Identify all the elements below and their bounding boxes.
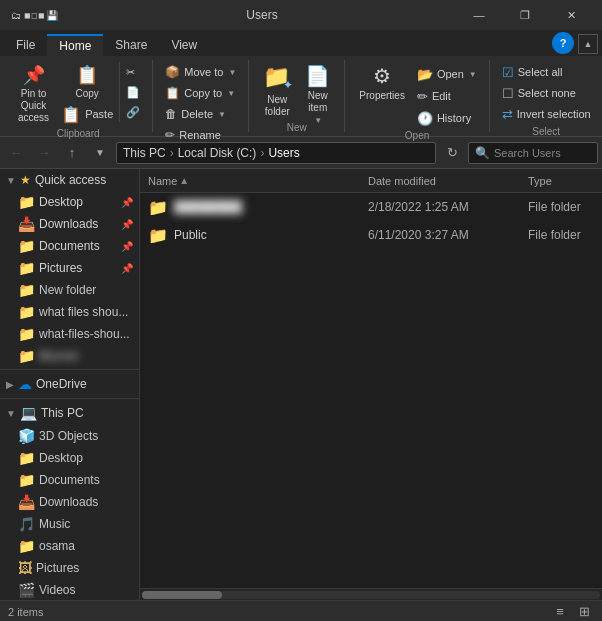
clipboard-label: Clipboard — [57, 128, 100, 139]
properties-button[interactable]: ⚙ Properties — [353, 62, 411, 120]
delete-button[interactable]: 🗑 Delete ▼ — [161, 104, 240, 124]
path-sep-2: › — [260, 146, 264, 160]
sidebar-item-3dobjects[interactable]: 🧊 3D Objects — [0, 425, 139, 447]
quick-access-label: Quick access — [35, 173, 106, 187]
maximize-button[interactable]: ❐ — [502, 0, 548, 30]
help-button[interactable]: ? — [552, 32, 574, 54]
column-type[interactable]: Type — [528, 175, 594, 187]
select-none-icon: ☐ — [502, 86, 514, 101]
move-icon: 📦 — [165, 65, 180, 79]
item-count: 2 items — [8, 606, 43, 618]
copyto-icon: 📋 — [165, 86, 180, 100]
documents-label: Documents — [39, 239, 100, 253]
thispc-label: This PC — [41, 406, 84, 420]
select-label: Select — [532, 126, 560, 137]
new-folder-label: Newfolder — [265, 94, 290, 118]
desktop-label: Desktop — [39, 195, 83, 209]
new-item-button[interactable]: 📄 Newitem ▼ — [299, 62, 336, 120]
sidebar-item-pc-desktop[interactable]: 📁 Desktop — [0, 447, 139, 469]
shortcut-button[interactable]: 🔗 — [122, 102, 144, 122]
ribbon-group-clipboard: 📌 Pin to Quickaccess 📋 Copy 📋 Paste — [8, 60, 153, 132]
file-date-0: 2/18/2022 1:25 AM — [368, 200, 528, 214]
path-segment-thispc: This PC › — [123, 146, 176, 160]
copy-to-button[interactable]: 📋 Copy to ▼ — [161, 83, 240, 103]
select-all-label: Select all — [518, 66, 563, 78]
move-label: Move to — [184, 66, 223, 78]
select-buttons: ☑ Select all ☐ Select none ⇄ Invert sele… — [498, 60, 595, 124]
sidebar-item-blurred[interactable]: 📁 Blurred — [0, 345, 139, 367]
search-icon: 🔍 — [475, 146, 490, 160]
move-to-button[interactable]: 📦 Move to ▼ — [161, 62, 240, 82]
tab-home[interactable]: Home — [47, 34, 103, 56]
search-input[interactable] — [494, 147, 584, 159]
sidebar-section-thispc[interactable]: ▼ 💻 This PC — [0, 401, 139, 425]
clipboard-buttons: 📌 Pin to Quickaccess 📋 Copy 📋 Paste — [12, 60, 144, 126]
sidebar-item-osama[interactable]: 📁 osama — [0, 535, 139, 557]
pin-indicator-pictures-icon: 📌 — [121, 263, 133, 274]
sidebar-item-pictures[interactable]: 📁 Pictures 📌 — [0, 257, 139, 279]
sidebar-item-documents[interactable]: 📁 Documents 📌 — [0, 235, 139, 257]
open-icon: 📂 — [417, 67, 433, 82]
paste-button[interactable]: 📋 Paste — [57, 102, 117, 126]
sidebar-item-downloads[interactable]: 📥 Downloads 📌 — [0, 213, 139, 235]
sidebar-item-pc-downloads[interactable]: 📥 Downloads — [0, 491, 139, 513]
select-col: ☑ Select all ☐ Select none ⇄ Invert sele… — [498, 62, 595, 124]
column-name[interactable]: Name ▲ — [148, 175, 368, 187]
copy-path-button[interactable]: 📄 — [122, 82, 144, 102]
recent-button[interactable]: ▼ — [88, 141, 112, 165]
tab-share[interactable]: Share — [103, 34, 159, 56]
ribbon-collapse-button[interactable]: ▲ — [578, 34, 598, 54]
path-sep-1: › — [170, 146, 174, 160]
grid-view-button[interactable]: ⊞ — [574, 603, 594, 621]
tab-view[interactable]: View — [159, 34, 209, 56]
address-path[interactable]: This PC › Local Disk (C:) › Users — [116, 142, 436, 164]
tab-file[interactable]: File — [4, 34, 47, 56]
refresh-button[interactable]: ↻ — [440, 141, 464, 165]
sort-arrow-icon: ▲ — [179, 175, 189, 186]
new-folder-button[interactable]: 📁 ✦ Newfolder — [257, 62, 297, 120]
sidebar-item-whatfiles2[interactable]: 📁 what-files-shou... — [0, 323, 139, 345]
file-area: Name ▲ Date modified Type 📁 ████████ 2/1… — [140, 169, 602, 600]
select-none-button[interactable]: ☐ Select none — [498, 83, 595, 103]
column-date[interactable]: Date modified — [368, 175, 528, 187]
sidebar-item-desktop[interactable]: 📁 Desktop 📌 — [0, 191, 139, 213]
sidebar-section-onedrive[interactable]: ▶ ☁ OneDrive — [0, 372, 139, 396]
forward-button[interactable]: → — [32, 141, 56, 165]
status-right: ≡ ⊞ — [550, 603, 594, 621]
select-all-button[interactable]: ☑ Select all — [498, 62, 595, 82]
paste-label: Paste — [85, 108, 113, 120]
table-row[interactable]: 📁 Public 6/11/2020 3:27 AM File folder — [140, 221, 602, 249]
list-view-button[interactable]: ≡ — [550, 603, 570, 621]
back-button[interactable]: ← — [4, 141, 28, 165]
ribbon-tab-bar: File Home Share View ? ▲ — [0, 30, 602, 56]
path-segment-users: Users — [268, 146, 299, 160]
horizontal-scrollbar[interactable] — [140, 588, 602, 600]
invert-selection-button[interactable]: ⇄ Invert selection — [498, 104, 595, 124]
sidebar-item-music[interactable]: 🎵 Music — [0, 513, 139, 535]
sidebar-item-pc-documents[interactable]: 📁 Documents — [0, 469, 139, 491]
paste-icon: 📋 — [61, 105, 81, 124]
file-name-text-0: ████████ — [174, 200, 242, 214]
minimize-button[interactable]: — — [456, 0, 502, 30]
blurred-label: Blurred — [39, 349, 78, 363]
sidebar-item-newfolder[interactable]: 📁 New folder — [0, 279, 139, 301]
up-button[interactable]: ↑ — [60, 141, 84, 165]
history-button[interactable]: 🕐 History — [413, 108, 481, 128]
cut-button[interactable]: ✂ — [122, 62, 144, 82]
whatfiles2-label: what-files-shou... — [39, 327, 130, 341]
properties-label: Properties — [359, 90, 405, 102]
pin-to-quick-access-button[interactable]: 📌 Pin to Quickaccess — [12, 62, 55, 120]
sidebar-item-whatfiles1[interactable]: 📁 what files shou... — [0, 301, 139, 323]
copy-icon: 📋 — [76, 64, 98, 86]
edit-button[interactable]: ✏ Edit — [413, 86, 481, 106]
sidebar-item-videos[interactable]: 🎬 Videos — [0, 579, 139, 600]
ribbon-group-open: ⚙ Properties 📂 Open ▼ ✏ Edit 🕐 — [349, 60, 489, 132]
ribbon-group-organize: 📦 Move to ▼ 📋 Copy to ▼ 🗑 Delete ▼ — [157, 60, 249, 132]
sidebar-item-pc-pictures[interactable]: 🖼 Pictures — [0, 557, 139, 579]
file-list-header: Name ▲ Date modified Type — [140, 169, 602, 193]
sidebar-section-quick-access[interactable]: ▼ ★ Quick access — [0, 169, 139, 191]
table-row[interactable]: 📁 ████████ 2/18/2022 1:25 AM File folder — [140, 193, 602, 221]
open-button[interactable]: 📂 Open ▼ — [413, 64, 481, 84]
copy-button[interactable]: 📋 Copy — [57, 62, 117, 101]
close-button[interactable]: ✕ — [548, 0, 594, 30]
